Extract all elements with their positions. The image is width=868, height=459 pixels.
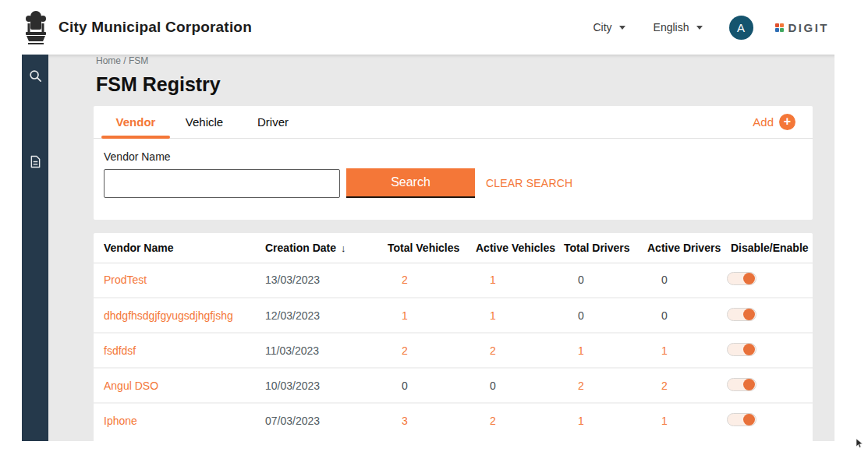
user-avatar[interactable]: A	[729, 16, 753, 40]
table-row: Angul DSO 10/03/2023 0 0 2 2	[94, 368, 813, 403]
search-block: Vendor Name Search CLEAR SEARCH	[94, 139, 813, 198]
disable-enable-toggle[interactable]	[727, 308, 756, 321]
table-row: ProdTest 13/03/2023 2 1 0 0	[94, 263, 813, 298]
add-button-label: Add	[753, 115, 774, 129]
toggle-knob	[743, 414, 755, 425]
language-selector-label: English	[654, 21, 689, 34]
toggle-knob	[743, 309, 755, 320]
page-content: Home / FSM FSM Registry Vendor Vehicle D…	[48, 55, 834, 441]
breadcrumb[interactable]: Home / FSM	[96, 55, 834, 66]
active-drivers-value[interactable]: 2	[661, 380, 668, 392]
total-vehicles-value[interactable]: 2	[402, 274, 408, 286]
toggle-knob	[743, 344, 755, 355]
disable-enable-toggle[interactable]	[727, 272, 756, 285]
sort-descending-icon[interactable]: ↓	[341, 242, 346, 254]
total-drivers-value: 0	[578, 274, 584, 286]
top-bar: City Municipal Corporation City English …	[0, 0, 868, 55]
plus-icon: +	[779, 114, 795, 130]
active-vehicles-value[interactable]: 1	[490, 274, 496, 286]
column-header-disable-enable: Disable/Enable	[724, 233, 813, 263]
tab-driver[interactable]: Driver	[239, 106, 307, 138]
vendor-name-link[interactable]: ProdTest	[104, 274, 147, 286]
language-selector[interactable]: English	[654, 21, 703, 34]
vendor-name-field-label: Vendor Name	[104, 150, 802, 163]
vendor-name-link[interactable]: Angul DSO	[104, 380, 158, 392]
tab-vendor[interactable]: Vendor	[101, 106, 170, 138]
active-drivers-value: 0	[661, 274, 668, 286]
disable-enable-toggle[interactable]	[727, 413, 756, 426]
mouse-cursor	[856, 439, 863, 448]
digit-dots-icon	[775, 23, 784, 32]
digit-brand-text: DIGIT	[788, 21, 830, 34]
search-icon[interactable]	[27, 68, 43, 83]
vendor-name-link[interactable]: fsdfdsf	[104, 344, 136, 357]
total-vehicles-value: 0	[402, 380, 408, 392]
column-header-total-vehicles: Total Vehicles	[388, 233, 476, 263]
vendor-name-link[interactable]: dhdgfhsdgjfgyugsdjhgfjshg	[104, 309, 233, 322]
city-selector[interactable]: City	[593, 21, 625, 34]
registry-controls-card: Vendor Vehicle Driver Add + Vendor Name …	[94, 106, 813, 220]
add-button[interactable]: Add +	[753, 106, 795, 138]
active-drivers-value[interactable]: 1	[661, 344, 668, 357]
total-vehicles-value[interactable]: 2	[402, 344, 408, 357]
city-selector-label: City	[593, 21, 611, 34]
active-drivers-value[interactable]: 1	[661, 415, 668, 427]
vendor-name-link[interactable]: Iphone	[104, 415, 137, 427]
table-row: fsdfdsf 11/03/2023 2 2 1 1	[94, 333, 813, 368]
column-header-active-drivers: Active Drivers	[647, 233, 724, 263]
active-drivers-value: 0	[661, 309, 668, 322]
org-title: City Municipal Corporation	[58, 19, 252, 36]
tabs-row: Vendor Vehicle Driver Add +	[94, 106, 813, 139]
digit-brand-logo: DIGIT	[775, 21, 830, 34]
vendor-name-input[interactable]	[104, 169, 340, 198]
toggle-knob	[743, 273, 755, 284]
creation-date-cell: 10/03/2023	[265, 368, 388, 403]
table-row: dhdgfhsdgjfgyugsdjhgfjshg 12/03/2023 1 1…	[94, 298, 813, 333]
total-drivers-value[interactable]: 1	[578, 415, 584, 427]
document-icon[interactable]	[27, 154, 43, 169]
tab-vehicle[interactable]: Vehicle	[170, 106, 239, 138]
column-header-active-vehicles: Active Vehicles	[476, 233, 564, 263]
total-vehicles-value[interactable]: 3	[402, 415, 408, 427]
app-body: Home / FSM FSM Registry Vendor Vehicle D…	[22, 55, 834, 441]
avatar-initial: A	[737, 21, 745, 34]
column-header-total-drivers: Total Drivers	[564, 233, 647, 263]
creation-date-cell: 12/03/2023	[265, 298, 388, 333]
search-button[interactable]: Search	[346, 168, 475, 198]
total-vehicles-value[interactable]: 1	[402, 309, 408, 322]
disable-enable-toggle[interactable]	[727, 378, 756, 391]
total-drivers-value: 0	[578, 309, 584, 322]
clear-search-link[interactable]: CLEAR SEARCH	[486, 177, 572, 189]
chevron-down-icon	[619, 26, 625, 30]
page-title: FSM Registry	[96, 72, 834, 96]
total-drivers-value[interactable]: 1	[578, 344, 584, 357]
chevron-down-icon	[696, 26, 703, 30]
vendor-table-card: Vendor Name Creation Date↓ Total Vehicle…	[94, 233, 813, 441]
disable-enable-toggle[interactable]	[727, 343, 756, 356]
active-vehicles-value[interactable]: 1	[490, 309, 496, 322]
creation-date-cell: 11/03/2023	[265, 333, 388, 368]
table-header-row: Vendor Name Creation Date↓ Total Vehicle…	[94, 233, 813, 263]
column-header-vendor-name: Vendor Name	[94, 233, 265, 263]
sidebar	[22, 55, 48, 441]
vendor-table: Vendor Name Creation Date↓ Total Vehicle…	[94, 233, 813, 438]
total-drivers-value[interactable]: 2	[578, 380, 584, 392]
creation-date-cell: 07/03/2023	[265, 403, 388, 438]
active-vehicles-value: 0	[490, 380, 496, 392]
national-emblem-logo	[23, 9, 48, 45]
vendor-table-body: ProdTest 13/03/2023 2 1 0 0 dhdgfhsdgjfg…	[94, 263, 813, 438]
toggle-knob	[743, 379, 755, 390]
column-header-creation-date[interactable]: Creation Date↓	[265, 233, 388, 263]
creation-date-cell: 13/03/2023	[265, 263, 388, 298]
active-vehicles-value[interactable]: 2	[490, 415, 496, 427]
active-vehicles-value[interactable]: 2	[490, 344, 496, 357]
table-row: Iphone 07/03/2023 3 2 1 1	[94, 403, 813, 438]
